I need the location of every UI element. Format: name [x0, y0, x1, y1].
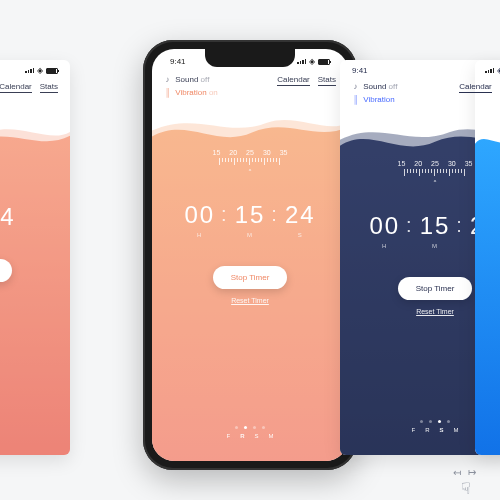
status-time: 9:41: [170, 57, 186, 66]
timer-seconds: 24: [0, 203, 15, 231]
mockup-row: ◈ Calendar Stats ˄: [0, 0, 500, 500]
screen-variant-peach: 9:41 ◈ ♪ Sound off ║ Vibration: [152, 49, 348, 461]
battery-icon: [46, 68, 58, 74]
stop-timer-button[interactable]: Stop Timer: [213, 266, 288, 289]
timer-readout: 15 : 24: [0, 203, 15, 231]
pager: FRSM: [152, 426, 348, 439]
reset-timer-link[interactable]: Reset Timer: [231, 297, 269, 304]
timer-seconds: 24: [285, 201, 316, 229]
reset-timer-link[interactable]: Reset Timer: [416, 308, 454, 315]
timer-minutes: 15: [420, 212, 451, 240]
minute-ruler[interactable]: 1520253035 ˄: [398, 160, 473, 188]
timer-minutes: 15: [235, 201, 266, 229]
mode-letters[interactable]: FRSM: [411, 427, 458, 433]
mode-letters[interactable]: FRSM: [226, 433, 273, 439]
timer-readout: 00H : 15M : 24S: [184, 201, 315, 238]
sound-icon: ♪: [164, 75, 171, 84]
status-bar: 9:41 ◈: [352, 66, 500, 75]
timer-hours: 00: [369, 212, 400, 240]
minute-ruler[interactable]: 1520253035 ˄: [213, 149, 288, 177]
timer-panel: 1520253035 ˄ 00H : 15M :: [152, 107, 348, 461]
nav-calendar[interactable]: Calendar: [459, 82, 491, 93]
stop-timer-button[interactable]: Stop Timer: [0, 259, 12, 282]
vibration-icon: ║: [164, 88, 171, 97]
nav-stats[interactable]: Stats: [40, 82, 58, 93]
device-notch: [205, 49, 295, 67]
swipe-gesture-icon: ↤ ↦ ☟: [453, 467, 478, 498]
caret-up-icon: ˄: [398, 179, 473, 188]
timer-hours: 00: [184, 201, 215, 229]
caret-up-icon: ˄: [213, 168, 288, 177]
vibration-toggle[interactable]: ║ Vibration on: [164, 88, 218, 97]
stop-timer-button[interactable]: Stop Timer: [398, 277, 473, 300]
phone-device-frame: 9:41 ◈ ♪ Sound off ║ Vibration: [143, 40, 357, 470]
signal-icon: [25, 68, 34, 73]
wifi-icon: ◈: [37, 66, 43, 75]
vibration-toggle[interactable]: ║ Vibration: [352, 95, 397, 104]
battery-icon: [318, 59, 330, 65]
nav-stats[interactable]: Stats: [318, 75, 336, 86]
pager: FRSM: [0, 420, 70, 433]
sound-toggle[interactable]: ♪ Sound off: [164, 75, 218, 84]
wave-backdrop: [475, 118, 500, 455]
hand-pointer-icon: ☟: [461, 479, 471, 498]
status-bar: ◈: [0, 66, 58, 75]
page-dots[interactable]: [420, 420, 450, 423]
status-time: 9:41: [352, 66, 368, 75]
screen-variant-coral: ◈ Calendar Stats ˄: [0, 60, 70, 455]
nav-calendar[interactable]: Calendar: [277, 75, 309, 86]
wifi-icon: ◈: [309, 57, 315, 66]
sound-toggle[interactable]: ♪ Sound off: [352, 82, 397, 91]
timer-panel: ˄ 15 : 24 Stop Timer Reset Timer FRSM: [0, 118, 70, 455]
nav-calendar[interactable]: Calendar: [0, 82, 32, 93]
signal-icon: [297, 59, 306, 64]
signal-icon: [485, 68, 494, 73]
sound-icon: ♪: [352, 82, 359, 91]
page-dots[interactable]: [235, 426, 265, 429]
vibration-icon: ║: [352, 95, 359, 104]
